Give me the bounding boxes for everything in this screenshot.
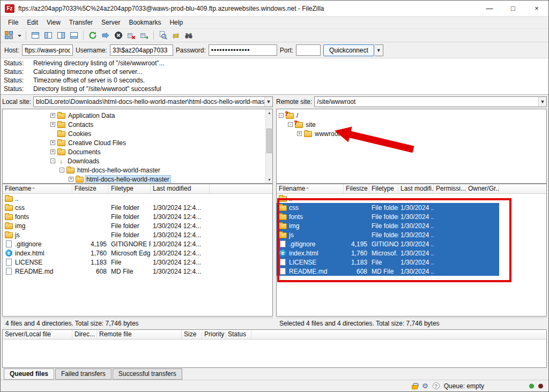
tree-item-documents[interactable]: +Documents — [3, 147, 272, 156]
column-header-priority[interactable]: Priority — [202, 330, 226, 339]
tab-successful-transfers[interactable]: Successful transfers — [113, 368, 182, 380]
toggle-local-tree-icon[interactable] — [42, 29, 54, 41]
column-header-filetype[interactable]: Filetype — [369, 184, 398, 193]
port-input[interactable] — [296, 44, 321, 56]
collapse-icon[interactable]: - — [50, 159, 55, 163]
scroll-down-icon[interactable]: ▼ — [266, 176, 273, 183]
file-row-css[interactable]: cssFile folder1/30/2024 12:4... — [3, 203, 210, 212]
expand-icon[interactable]: + — [50, 122, 55, 127]
expand-icon[interactable]: + — [50, 113, 55, 118]
expand-icon[interactable]: + — [69, 177, 73, 182]
cell-permissions — [434, 212, 466, 221]
cancel-icon[interactable] — [113, 29, 124, 41]
menu-edit[interactable]: Edit — [23, 18, 42, 27]
file-row-img[interactable]: imgFile folder1/30/2024 12:4... — [3, 221, 210, 230]
local-site-combo[interactable]: bloDiLoreto\Downloads\html-docs-hello-wo… — [33, 96, 273, 107]
help-icon[interactable]: ? — [433, 382, 440, 389]
menu-transfer[interactable]: Transfer — [65, 18, 97, 27]
gear-icon[interactable]: ⚙ — [422, 382, 428, 389]
reconnect-icon[interactable] — [138, 29, 150, 41]
sync-browsing-icon[interactable] — [170, 29, 182, 41]
menu-server[interactable]: Server — [97, 18, 124, 27]
tree-item-downloads[interactable]: -↓Downloads — [3, 156, 272, 165]
scrollbar-thumb[interactable] — [266, 129, 272, 153]
file-row-parent[interactable]: .. — [277, 194, 499, 203]
toggle-log-icon[interactable] — [29, 29, 41, 41]
host-input[interactable] — [22, 44, 73, 56]
column-header-direc[interactable]: Direc... — [72, 330, 97, 339]
dropdown-arrow-icon[interactable]: ▼ — [264, 97, 272, 107]
collapse-icon[interactable]: - — [279, 113, 284, 118]
tree-item-wwwroot[interactable]: +wwwroot — [277, 129, 546, 138]
column-header-status[interactable]: Status — [226, 330, 251, 339]
file-row-license[interactable]: LICENSE1,183File1/30/2024 12:4... — [3, 258, 210, 267]
menu-view[interactable]: View — [42, 18, 65, 27]
local-tree-scrollbar[interactable]: ▲ ▼ — [265, 109, 272, 183]
column-header-last-modified[interactable]: Last modified — [151, 184, 210, 193]
file-row-license[interactable]: LICENSE1,183File1/30/2024 ... — [277, 258, 499, 267]
menu-bookmarks[interactable]: Bookmarks — [124, 18, 165, 27]
toggle-queue-icon[interactable] — [68, 29, 80, 41]
username-input[interactable] — [110, 44, 173, 56]
file-row-readme-md[interactable]: README.md608MD File1/30/2024 12:4... — [3, 267, 210, 276]
file-row-gitignore[interactable]: .gitignore4,195GITIGNO...1/30/2024 ... — [277, 239, 499, 248]
file-row-parent[interactable]: .. — [3, 194, 210, 203]
menu-help[interactable]: Help — [165, 18, 187, 27]
disconnect-icon[interactable] — [125, 29, 137, 41]
column-header-last-modifi[interactable]: Last modifi... — [398, 184, 434, 193]
close-button[interactable]: × — [525, 1, 548, 17]
file-row-fonts[interactable]: fontsFile folder1/30/2024 12:4... — [3, 212, 210, 221]
column-header-filetype[interactable]: Filetype — [109, 184, 151, 193]
tab-queued-files[interactable]: Queued files — [4, 368, 54, 380]
file-row-css[interactable]: cssFile folder1/30/2024 ... — [277, 203, 499, 212]
scroll-up-icon[interactable]: ▲ — [266, 109, 273, 116]
minimize-button[interactable]: — — [478, 1, 501, 17]
tree-item-application-data[interactable]: +Application Data — [3, 111, 272, 120]
file-row-gitignore[interactable]: .gitignore4,195GITIGNORE File1/30/2024 1… — [3, 239, 210, 248]
column-header-filesize[interactable]: Filesize — [72, 184, 109, 193]
dropdown-arrow-icon[interactable]: ▼ — [538, 97, 546, 107]
column-header-remote-file[interactable]: Remote file — [97, 330, 182, 339]
tree-item-html-docs-hello-world-master[interactable]: +html-docs-hello-world-master — [3, 175, 272, 184]
process-queue-icon[interactable] — [100, 29, 112, 41]
find-files-icon[interactable] — [157, 29, 169, 41]
tree-item-contacts[interactable]: +Contacts — [3, 120, 272, 129]
remote-site-combo[interactable]: /site/wwwroot ▼ — [314, 96, 547, 107]
maximize-button[interactable]: □ — [501, 1, 525, 17]
tree-item-creative-cloud-files[interactable]: +Creative Cloud Files — [3, 138, 272, 147]
collapse-icon[interactable]: - — [288, 122, 293, 127]
file-row-readme-md[interactable]: README.md608MD File1/30/2024 ... — [277, 267, 499, 276]
quickconnect-button[interactable]: Quickconnect — [323, 44, 374, 56]
status-indicators — [529, 383, 543, 388]
file-row-index-html[interactable]: eindex.html1,760Microsoft Edg...1/30/202… — [3, 248, 210, 258]
expand-icon[interactable]: + — [297, 131, 302, 136]
password-input[interactable] — [209, 44, 277, 56]
site-manager-icon[interactable] — [3, 29, 15, 41]
column-header-size[interactable]: Size — [182, 330, 202, 339]
file-row-js[interactable]: jsFile folder1/30/2024 12:4... — [3, 230, 210, 239]
file-row-js[interactable]: jsFile folder1/30/2024 ... — [277, 230, 499, 239]
tab-failed-transfers[interactable]: Failed transfers — [55, 368, 112, 380]
column-header-filename[interactable]: Filename^ — [3, 184, 72, 193]
expand-icon[interactable]: + — [50, 140, 55, 145]
toggle-remote-tree-icon[interactable] — [55, 29, 67, 41]
quickconnect-dropdown-icon[interactable]: ▼ — [375, 44, 383, 56]
tree-item-cookies[interactable]: Cookies — [3, 129, 272, 138]
file-row-index-html[interactable]: eindex.html1,760Microsof...1/30/2024 ... — [277, 248, 499, 258]
refresh-icon[interactable] — [87, 29, 99, 41]
column-header-filesize[interactable]: Filesize — [344, 184, 369, 193]
tree-item-html-docs-hello-world-master[interactable]: -html-docs-hello-world-master — [3, 165, 272, 175]
site-manager-dropdown-icon[interactable] — [16, 29, 23, 41]
tree-item-site[interactable]: -?site — [277, 120, 546, 129]
collapse-icon[interactable]: - — [60, 168, 64, 172]
column-header-filename[interactable]: Filename^ — [277, 184, 344, 193]
tree-item-root[interactable]: -?/ — [277, 111, 546, 120]
column-header-server-local-file[interactable]: Server/Local file — [3, 330, 72, 339]
menu-file[interactable]: File — [4, 18, 23, 27]
compare-icon[interactable] — [183, 29, 195, 41]
expand-icon[interactable]: + — [50, 149, 55, 154]
column-header-permissi[interactable]: Permissi... — [434, 184, 466, 193]
file-row-fonts[interactable]: fontsFile folder1/30/2024 ... — [277, 212, 499, 221]
column-header-owner-gr[interactable]: Owner/Gr... — [466, 184, 499, 193]
file-row-img[interactable]: imgFile folder1/30/2024 ... — [277, 221, 499, 230]
